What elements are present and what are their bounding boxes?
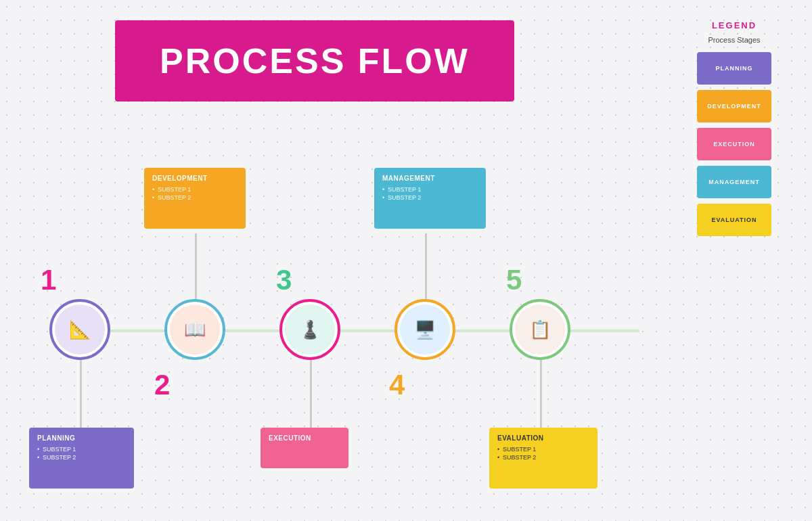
legend-subtitle: Process Stages	[708, 36, 760, 44]
legend-item-development: DEVELOPMENT	[697, 90, 771, 122]
stage-2-icon: 📖	[178, 313, 212, 346]
legend-label-development: DEVELOPMENT	[707, 103, 761, 110]
stage-5-connector	[540, 360, 542, 428]
legend-item-execution: EXECUTION	[697, 128, 771, 160]
stage-1-title: PLANNING	[37, 434, 126, 442]
stage-5-number: 5	[506, 264, 522, 296]
stage-5-circle: 📋	[510, 299, 570, 360]
stage-4-card: MANAGEMENT SUBSTEP 1 SUBSTEP 2	[374, 168, 486, 229]
legend-label-evaluation: EVALUATION	[711, 217, 757, 223]
stage-4-substep-1: SUBSTEP 1	[388, 186, 478, 193]
page-title: PROCESS FLOW	[160, 41, 470, 81]
stage-3-circle: ♟️	[279, 299, 340, 360]
legend-label-management: MANAGEMENT	[708, 179, 760, 185]
legend-item-management: MANAGEMENT	[697, 166, 771, 198]
stage-4-icon: 🖥️	[408, 313, 442, 346]
stage-4-substep-2: SUBSTEP 2	[388, 194, 478, 201]
stage-3-title: EXECUTION	[269, 434, 340, 442]
stage-2-title: DEVELOPMENT	[152, 175, 238, 182]
stage-5-inner: 📋	[515, 304, 565, 355]
stage-2-number: 2	[154, 369, 170, 401]
stage-2-circle: 📖	[164, 299, 225, 360]
stage-3-connector	[310, 360, 312, 428]
stage-1-substep-1: SUBSTEP 1	[43, 446, 126, 453]
stage-4-inner: 🖥️	[400, 304, 450, 355]
stage-5-substep-2: SUBSTEP 2	[503, 454, 589, 461]
stage-3-card: EXECUTION	[261, 428, 348, 468]
stage-1-circle: 📐	[49, 299, 110, 360]
stage-3-number: 3	[276, 264, 292, 296]
stage-1-number: 1	[41, 264, 56, 296]
stage-4-circle: 🖥️	[394, 299, 455, 360]
legend-panel: LEGEND Process Stages PLANNING DEVELOPME…	[690, 20, 778, 236]
legend-item-planning: PLANNING	[697, 52, 771, 85]
stage-5-icon: 📋	[523, 313, 557, 346]
stage-5-card: EVALUATION SUBSTEP 1 SUBSTEP 2	[489, 428, 597, 489]
stage-1-icon: 📐	[63, 313, 97, 346]
stage-2-substep-1: SUBSTEP 1	[158, 186, 238, 193]
stage-4-number: 4	[389, 369, 405, 401]
legend-label-planning: PLANNING	[716, 65, 753, 72]
legend-title: LEGEND	[712, 20, 757, 30]
stage-5-title: EVALUATION	[497, 434, 589, 442]
stage-2-connector	[195, 233, 197, 299]
stage-2-card: DEVELOPMENT SUBSTEP 1 SUBSTEP 2	[144, 168, 246, 229]
stage-3-icon: ♟️	[293, 313, 327, 346]
stage-2-substep-2: SUBSTEP 2	[158, 194, 238, 201]
stage-2-inner: 📖	[170, 304, 220, 355]
stage-1-substep-2: SUBSTEP 2	[43, 454, 126, 461]
stage-1-inner: 📐	[55, 304, 105, 355]
stage-5-substep-1: SUBSTEP 1	[503, 446, 589, 453]
title-banner: PROCESS FLOW	[115, 20, 514, 101]
stage-3-inner: ♟️	[285, 304, 335, 355]
stage-4-connector	[425, 233, 427, 299]
stage-4-title: MANAGEMENT	[382, 175, 478, 182]
legend-label-execution: EXECUTION	[713, 141, 755, 148]
stage-1-connector	[80, 360, 82, 428]
legend-item-evaluation: EVALUATION	[697, 204, 771, 236]
stage-1-card: PLANNING SUBSTEP 1 SUBSTEP 2	[29, 428, 134, 489]
